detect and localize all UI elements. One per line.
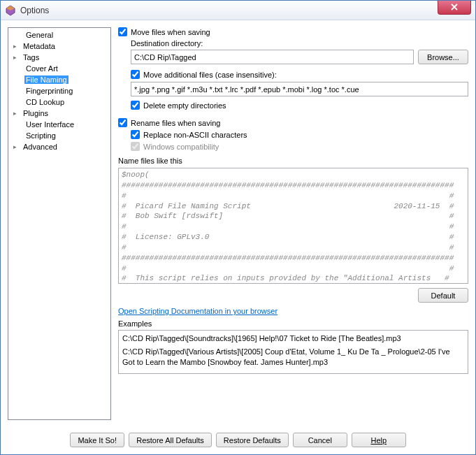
sidebar-item-user-interface[interactable]: User Interface — [9, 119, 110, 130]
delete-empty-label: Delete empty directories — [143, 101, 226, 110]
move-files-checkbox[interactable]: Move files when saving — [118, 27, 468, 36]
examples-box: C:\CD Rip\Tagged\[Soundtracks]\[1965] He… — [118, 330, 468, 374]
example-row: C:\CD Rip\Tagged\[Various Artists]\[2005… — [122, 347, 464, 368]
chevron-right-icon: ▸ — [13, 43, 22, 50]
close-icon — [451, 3, 458, 10]
sidebar-item-metadata[interactable]: ▸Metadata — [9, 41, 110, 52]
sidebar-item-file-naming[interactable]: File Naming — [9, 74, 110, 85]
windows-compat-checkbox: Windows compatibility — [131, 142, 468, 151]
sidebar-item-label: CD Lookup — [24, 98, 66, 106]
dest-dir-input[interactable] — [131, 50, 414, 64]
titlebar: Options — [1, 1, 475, 20]
sidebar-item-advanced[interactable]: ▸Advanced — [9, 141, 110, 152]
move-additional-checkbox[interactable]: Move additional files (case insensitive)… — [131, 70, 468, 79]
sidebar-item-label: Cover Art — [24, 64, 59, 73]
sidebar-item-label: User Interface — [24, 120, 75, 129]
sidebar-item-scripting[interactable]: Scripting — [9, 130, 110, 141]
name-files-label: Name files like this — [118, 157, 468, 165]
window-title: Options — [20, 6, 438, 15]
rename-files-label: Rename files when saving — [131, 119, 220, 127]
sidebar-item-general[interactable]: General — [9, 29, 110, 41]
sidebar-item-plugins[interactable]: ▸Plugins — [9, 108, 110, 119]
options-tree[interactable]: General▸Metadata▸TagsCover ArtFile Namin… — [8, 27, 111, 420]
help-button[interactable]: Help — [352, 433, 406, 447]
move-files-input[interactable] — [118, 27, 127, 36]
dest-dir-label: Destination directory: — [131, 39, 468, 48]
help-label: Help — [370, 436, 387, 445]
naming-script-textarea[interactable]: $noop( #################################… — [118, 168, 468, 284]
delete-empty-input[interactable] — [131, 101, 140, 110]
chevron-right-icon: ▸ — [13, 143, 22, 150]
browse-button[interactable]: Browse... — [418, 50, 468, 64]
sidebar-item-label: File Naming — [24, 75, 68, 84]
close-button[interactable] — [438, 1, 471, 15]
scripting-doc-link[interactable]: Open Scripting Documentation in your bro… — [118, 307, 468, 315]
delete-empty-checkbox[interactable]: Delete empty directories — [131, 101, 468, 110]
replace-nonascii-input[interactable] — [131, 130, 140, 139]
sidebar-item-label: Tags — [22, 53, 41, 62]
sidebar-item-label: General — [24, 31, 55, 39]
example-row: C:\CD Rip\Tagged\[Soundtracks]\[1965] He… — [122, 333, 464, 344]
sidebar-item-cd-lookup[interactable]: CD Lookup — [9, 96, 110, 108]
chevron-right-icon: ▸ — [13, 110, 22, 117]
default-button[interactable]: Default — [418, 288, 468, 303]
app-icon — [5, 5, 16, 16]
sidebar-item-tags[interactable]: ▸Tags — [9, 52, 110, 63]
cancel-button[interactable]: Cancel — [293, 433, 347, 447]
chevron-right-icon: ▸ — [13, 54, 22, 61]
replace-nonascii-label: Replace non-ASCII characters — [143, 131, 247, 139]
move-additional-label: Move additional files (case insensitive)… — [143, 71, 277, 79]
windows-compat-input — [131, 142, 140, 151]
file-masks-input[interactable] — [131, 82, 468, 96]
sidebar-item-label: Scripting — [24, 131, 57, 140]
sidebar-item-fingerprinting[interactable]: Fingerprinting — [9, 85, 110, 96]
rename-files-checkbox[interactable]: Rename files when saving — [118, 118, 468, 127]
sidebar-item-cover-art[interactable]: Cover Art — [9, 63, 110, 74]
make-it-so-button[interactable]: Make It So! — [70, 433, 124, 447]
sidebar-item-label: Plugins — [22, 109, 50, 117]
rename-files-input[interactable] — [118, 118, 127, 127]
sidebar-item-label: Advanced — [22, 143, 59, 151]
file-naming-panel: Move files when saving Destination direc… — [118, 27, 468, 420]
dialog-buttons: Make It So! Restore All Defaults Restore… — [1, 427, 475, 454]
move-files-label: Move files when saving — [131, 28, 210, 36]
restore-defaults-button[interactable]: Restore Defaults — [216, 433, 289, 447]
windows-compat-label: Windows compatibility — [143, 143, 219, 151]
move-additional-input[interactable] — [131, 70, 140, 79]
replace-nonascii-checkbox[interactable]: Replace non-ASCII characters — [131, 130, 468, 139]
examples-label: Examples — [118, 319, 468, 328]
sidebar-item-label: Fingerprinting — [24, 87, 74, 95]
sidebar-item-label: Metadata — [22, 42, 57, 50]
restore-all-defaults-button[interactable]: Restore All Defaults — [129, 433, 212, 447]
